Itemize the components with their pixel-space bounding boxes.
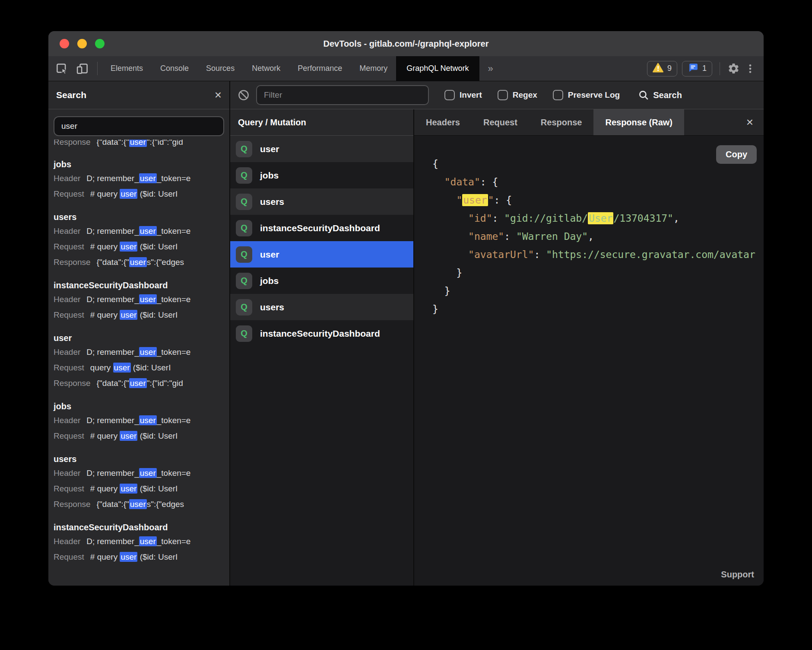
json-line: "name": "Warren Day", — [432, 227, 764, 245]
search-result-group: jobsHeaderD; remember_user_token=eReques… — [54, 158, 229, 202]
titlebar: DevTools - gitlab.com/-/graphql-explorer — [48, 31, 764, 56]
result-line-label: Response — [54, 140, 91, 150]
query-list-item[interactable]: QinstanceSecurityDashboard — [230, 320, 413, 347]
query-list-item[interactable]: Qjobs — [230, 162, 413, 188]
detail-tab-response[interactable]: Response — [529, 109, 594, 135]
result-line[interactable]: HeaderD; remember_user_token=e — [54, 171, 229, 186]
query-list-item[interactable]: Qjobs — [230, 268, 413, 294]
result-line-label: Header — [54, 171, 80, 186]
result-line-value: {"data":{"user":{"id":"gid — [97, 376, 183, 391]
json-line: "user": { — [432, 191, 764, 209]
support-link[interactable]: Support — [721, 570, 754, 580]
search-button-label: Search — [653, 90, 682, 100]
kebab-menu-icon[interactable] — [745, 63, 756, 74]
toolbar-tab-memory[interactable]: Memory — [351, 56, 396, 81]
toolbar-right: 9 1 — [647, 56, 764, 81]
result-line[interactable]: HeaderD; remember_user_token=e — [54, 465, 229, 481]
zoom-window-button[interactable] — [95, 39, 105, 48]
result-line[interactable]: Response{"data":{"user":{"id":"gid — [54, 140, 229, 150]
detail-tab-response-raw[interactable]: Response (Raw) — [593, 109, 684, 135]
search-result-group: jobsHeaderD; remember_user_token=eReques… — [54, 400, 229, 444]
result-line-value: # query user ($id: UserI — [90, 239, 178, 255]
clear-icon[interactable] — [237, 89, 250, 102]
result-line-label: Response — [54, 497, 91, 512]
detail-body: Copy { "data": { "user": { "id": "gid://… — [414, 136, 764, 586]
close-window-button[interactable] — [60, 39, 69, 48]
result-line[interactable]: Response{"data":{"users":{"edges — [54, 497, 229, 512]
result-line[interactable]: Request# query user ($id: UserI — [54, 428, 229, 444]
minimize-window-button[interactable] — [77, 39, 87, 48]
invert-checkbox[interactable] — [444, 90, 455, 100]
result-line[interactable]: Requestquery user ($id: UserI — [54, 360, 229, 376]
query-label: user — [260, 249, 279, 260]
preserve-log-checkbox[interactable] — [553, 90, 563, 100]
query-list-item[interactable]: Quser — [230, 136, 413, 162]
result-line[interactable]: Request# query user ($id: UserI — [54, 549, 229, 565]
message-count: 1 — [702, 64, 707, 73]
window-title: DevTools - gitlab.com/-/graphql-explorer — [48, 39, 764, 49]
query-label: user — [260, 144, 279, 154]
warning-icon — [653, 63, 663, 75]
toolbar-tab-performance[interactable]: Performance — [289, 56, 351, 81]
query-icon: Q — [236, 325, 252, 342]
result-line[interactable]: Request# query user ($id: UserI — [54, 307, 229, 323]
toolbar-tab-graphql-network[interactable]: GraphQL Network — [396, 56, 479, 81]
right-area: InvertRegexPreserve Log Search Query / M… — [230, 81, 764, 586]
query-list-item[interactable]: Quser — [230, 241, 413, 268]
query-list-item[interactable]: Qusers — [230, 188, 413, 215]
toolbar-tab-sources[interactable]: Sources — [197, 56, 243, 81]
more-tabs-icon[interactable]: » — [479, 56, 502, 81]
query-list-item[interactable]: Qusers — [230, 294, 413, 320]
detail-tabs: HeadersRequestResponseResponse (Raw) — [414, 109, 684, 135]
toolbar-tab-elements[interactable]: Elements — [102, 56, 152, 81]
result-line[interactable]: HeaderD; remember_user_token=e — [54, 413, 229, 428]
result-line[interactable]: HeaderD; remember_user_token=e — [54, 292, 229, 307]
copy-button[interactable]: Copy — [716, 145, 757, 164]
result-line[interactable]: HeaderD; remember_user_token=e — [54, 534, 229, 549]
search-input[interactable] — [54, 116, 224, 136]
search-icon — [638, 89, 649, 101]
right-split: Query / Mutation QuserQjobsQusersQinstan… — [230, 109, 764, 586]
result-line-label: Header — [54, 344, 80, 360]
search-button[interactable]: Search — [638, 89, 682, 101]
filter-input[interactable] — [256, 85, 429, 105]
close-detail-icon[interactable]: × — [736, 116, 764, 128]
detail-tab-headers[interactable]: Headers — [414, 109, 472, 135]
close-search-icon[interactable]: × — [215, 89, 222, 101]
result-line[interactable]: Request# query user ($id: UserI — [54, 186, 229, 202]
search-result-group: usersHeaderD; remember_user_token=eReque… — [54, 452, 229, 512]
preserve-log-checkbox-label: Preserve Log — [568, 90, 620, 100]
query-icon: Q — [236, 246, 252, 263]
warnings-badge[interactable]: 9 — [647, 61, 677, 76]
result-line-value: D; remember_user_token=e — [86, 171, 190, 186]
result-heading: user — [54, 331, 229, 344]
issues-badge[interactable]: 1 — [682, 61, 712, 76]
gear-icon[interactable] — [727, 62, 740, 75]
filter-checkboxes: InvertRegexPreserve Log — [429, 90, 620, 100]
detail-tab-request[interactable]: Request — [472, 109, 529, 135]
result-line-label: Response — [54, 255, 91, 270]
query-icon: Q — [236, 194, 252, 210]
toolbar-tab-network[interactable]: Network — [243, 56, 289, 81]
json-line: } — [432, 264, 764, 282]
toolbar-tab-console[interactable]: Console — [152, 56, 197, 81]
inspect-element-icon[interactable] — [48, 56, 72, 81]
result-line[interactable]: HeaderD; remember_user_token=e — [54, 223, 229, 239]
result-line-value: # query user ($id: UserI — [90, 186, 178, 202]
query-list-item[interactable]: QinstanceSecurityDashboard — [230, 215, 413, 241]
devtools-toolbar: ElementsConsoleSourcesNetworkPerformance… — [48, 56, 764, 81]
query-icon: Q — [236, 167, 252, 184]
result-line[interactable]: Response{"data":{"users":{"edges — [54, 255, 229, 270]
result-line-value: # query user ($id: UserI — [90, 549, 178, 565]
result-line[interactable]: Request# query user ($id: UserI — [54, 239, 229, 255]
json-content: { "data": { "user": { "id": "gid://gitla… — [414, 136, 764, 318]
result-line[interactable]: HeaderD; remember_user_token=e — [54, 344, 229, 360]
detail-panel: HeadersRequestResponseResponse (Raw) × C… — [414, 109, 764, 586]
device-toolbar-icon[interactable] — [72, 56, 93, 81]
toolbar-separator — [97, 62, 98, 75]
search-result-group: instanceSecurityDashboardHeaderD; rememb… — [54, 521, 229, 565]
result-line-value: D; remember_user_token=e — [86, 344, 190, 360]
regex-checkbox[interactable] — [498, 90, 508, 100]
result-line[interactable]: Request# query user ($id: UserI — [54, 481, 229, 497]
result-line[interactable]: Response{"data":{"user":{"id":"gid — [54, 376, 229, 391]
